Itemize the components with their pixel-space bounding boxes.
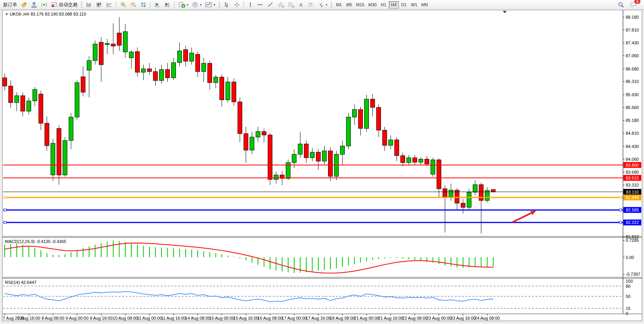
chevron-down-icon: ▾ (187, 3, 188, 7)
equidistant-channel-button[interactable]: E (275, 1, 286, 9)
price-badge-label: 83.515 (626, 176, 639, 180)
candle-down (461, 203, 465, 208)
hline-handle[interactable] (619, 196, 622, 199)
price-badge-label: 83.110 (626, 190, 639, 194)
timeframe-button-M1[interactable]: M1 (334, 1, 344, 9)
horizontal-line-button[interactable] (255, 1, 265, 9)
line-chart-button[interactable] (104, 1, 114, 9)
time-tick-label: 17 Aug 16:00 (306, 316, 331, 320)
candle-down (165, 70, 170, 78)
chart-shift-button[interactable] (163, 1, 172, 9)
candle-down (238, 102, 242, 134)
timeframe-button-H1[interactable]: H1 (379, 1, 389, 9)
search-button[interactable] (616, 1, 626, 9)
new-chart-button[interactable]: ▾ (177, 1, 190, 9)
tile-windows-button[interactable] (139, 1, 148, 9)
candle-up (256, 132, 260, 137)
candle-down (383, 130, 387, 145)
macd-scale-label: 0.00 (626, 255, 634, 260)
svg-text:F: F (293, 5, 294, 8)
auto-trading-button[interactable]: 自动交易 (49, 1, 79, 9)
crosshair-button[interactable] (232, 1, 242, 9)
chevron-down-icon: ▾ (200, 3, 202, 7)
arrows-button[interactable]: ▾ (316, 1, 329, 9)
price-tick-label: 85.930 (626, 92, 639, 97)
time-tick-label: 21 Aug 16:00 (378, 316, 404, 320)
toolbar-grip (81, 2, 82, 8)
indicators-icon (205, 2, 212, 8)
indicators-button[interactable]: ▾ (204, 1, 217, 9)
candle-down (437, 160, 441, 188)
time-tick-label: 10 Aug 08:00 (113, 316, 138, 320)
toolbar-separator (150, 2, 151, 8)
price-tag-icon[interactable] (19, 1, 29, 9)
hline-handle[interactable] (619, 209, 622, 211)
zoom-out-button[interactable] (128, 1, 138, 9)
candle-up (353, 109, 357, 117)
time-tick-label: 11 Aug 00:00 (137, 316, 162, 320)
candle-up (51, 143, 55, 175)
candle-down (491, 190, 495, 192)
candle-down (184, 49, 188, 61)
auto-trading-icon (51, 2, 58, 8)
zoom-in-button[interactable] (118, 1, 128, 9)
timeframe-button-D1[interactable]: D1 (399, 1, 409, 9)
candle-up (449, 190, 453, 197)
rsi-scale-label: 50 (626, 294, 630, 299)
auto-scroll-button[interactable] (153, 1, 162, 9)
cursor-icon (223, 2, 230, 8)
time-tick-label: 7 Aug 16:00 (18, 316, 40, 320)
time-tick-label: 24 Aug 08:00 (475, 316, 500, 320)
timeframe-button-M15[interactable]: M15 (354, 1, 366, 9)
rsi-scale-label: 0 (626, 311, 628, 316)
candle-up (27, 101, 31, 111)
hline-handle[interactable] (619, 221, 622, 224)
svg-text:T: T (310, 3, 312, 7)
candle-up (431, 160, 435, 174)
timeframe-button-M30[interactable]: M30 (366, 1, 378, 9)
symbol-dropdown-icon[interactable]: ▼ (5, 12, 8, 16)
candlestick-chart-button[interactable] (94, 1, 104, 9)
candle-up (214, 77, 218, 83)
candle-up (292, 154, 297, 162)
auto-trading-label: 自动交易 (59, 2, 77, 8)
chevron-down-icon: ▾ (214, 3, 215, 7)
profile-button[interactable] (29, 1, 39, 9)
candle-up (87, 61, 91, 70)
candle-down (232, 82, 236, 102)
signal-button[interactable] (39, 1, 49, 9)
text-button[interactable]: A (297, 1, 305, 9)
timeframe-button-MN[interactable]: MN (419, 1, 430, 9)
bar-chart-button[interactable] (84, 1, 94, 9)
candle-up (123, 32, 128, 52)
vertical-line-button[interactable] (246, 1, 255, 9)
candle-down (328, 151, 333, 176)
candle-down (262, 132, 266, 135)
hline-handle[interactable] (4, 196, 6, 199)
timeframe-button-W1[interactable]: W1 (409, 1, 419, 9)
candle-down (268, 135, 272, 180)
price-tick-label: 86.310 (626, 79, 639, 84)
macd-indicator-label: MACD(12,26,9) -0.4135 -0.4365 (5, 239, 66, 244)
horizontal-line-icon (257, 2, 263, 8)
chart-title: ▼ UKOil-,H4 83.176 83.190 83.088 83.110 (5, 12, 86, 16)
timeframe-button-M5[interactable]: M5 (344, 1, 354, 9)
hline-handle[interactable] (4, 209, 6, 211)
macd-scale-label: -0.7397 (626, 272, 640, 276)
cursor-button[interactable] (222, 1, 232, 9)
fibonacci-button[interactable]: F (286, 1, 296, 9)
period-button[interactable]: ▾ (190, 1, 203, 9)
candle-down (358, 109, 363, 129)
timeframe-button-H4[interactable]: H4 (389, 1, 399, 9)
candle-down (111, 44, 116, 46)
toolbar-separator (116, 2, 116, 8)
new-order-button[interactable]: 新订单 (2, 1, 19, 9)
svg-text:E: E (282, 5, 284, 8)
text-label-button[interactable]: T (306, 1, 316, 9)
candle-up (473, 185, 477, 192)
candle-down (45, 123, 49, 146)
hline-handle[interactable] (4, 221, 6, 224)
price-badge-label: 83.890 (626, 163, 639, 167)
price-tick-label: 87.060 (626, 53, 639, 58)
trendline-button[interactable] (265, 1, 275, 9)
